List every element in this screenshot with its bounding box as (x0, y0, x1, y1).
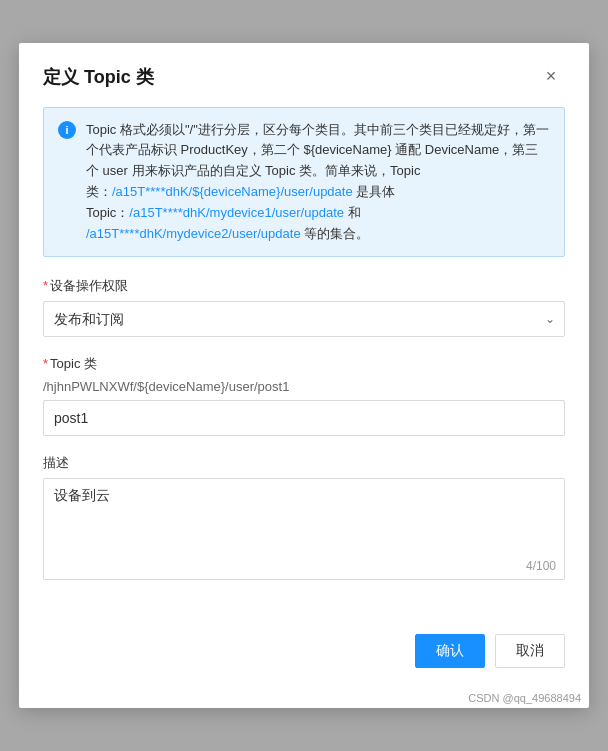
permission-select[interactable]: 发布和订阅 发布 订阅 (43, 301, 565, 337)
topic-required-star: * (43, 356, 48, 371)
permission-label: *设备操作权限 (43, 277, 565, 295)
topic-label: *Topic 类 (43, 355, 565, 373)
confirm-button[interactable]: 确认 (415, 634, 485, 668)
topic-input[interactable] (43, 400, 565, 436)
info-box: i Topic 格式必须以"/"进行分层，区分每个类目。其中前三个类目已经规定好… (43, 107, 565, 258)
dialog-overlay: 定义 Topic 类 × i Topic 格式必须以"/"进行分层，区分每个类目… (0, 0, 608, 751)
description-label: 描述 (43, 454, 565, 472)
watermark: CSDN @qq_49688494 (19, 688, 589, 708)
description-textarea[interactable]: 设备到云 (44, 479, 564, 579)
dialog-body: i Topic 格式必须以"/"进行分层，区分每个类目。其中前三个类目已经规定好… (19, 107, 589, 623)
dialog-footer: 确认 取消 (19, 622, 589, 688)
dialog: 定义 Topic 类 × i Topic 格式必须以"/"进行分层，区分每个类目… (19, 43, 589, 709)
info-text: Topic 格式必须以"/"进行分层，区分每个类目。其中前三个类目已经规定好，第… (86, 120, 550, 245)
permission-required-star: * (43, 278, 48, 293)
topic-form-group: *Topic 类 /hjhnPWLNXWf/${deviceName}/user… (43, 355, 565, 436)
dialog-title: 定义 Topic 类 (43, 65, 154, 89)
permission-form-group: *设备操作权限 发布和订阅 发布 订阅 ⌄ (43, 277, 565, 337)
close-button[interactable]: × (537, 63, 565, 91)
dialog-header: 定义 Topic 类 × (19, 43, 589, 107)
info-icon: i (58, 121, 76, 139)
topic-prefix: /hjhnPWLNXWf/${deviceName}/user/post1 (43, 379, 565, 394)
description-form-group: 描述 设备到云 4/100 (43, 454, 565, 580)
description-textarea-wrapper: 设备到云 4/100 (43, 478, 565, 580)
cancel-button[interactable]: 取消 (495, 634, 565, 668)
permission-select-wrapper: 发布和订阅 发布 订阅 ⌄ (43, 301, 565, 337)
char-count: 4/100 (526, 559, 556, 573)
